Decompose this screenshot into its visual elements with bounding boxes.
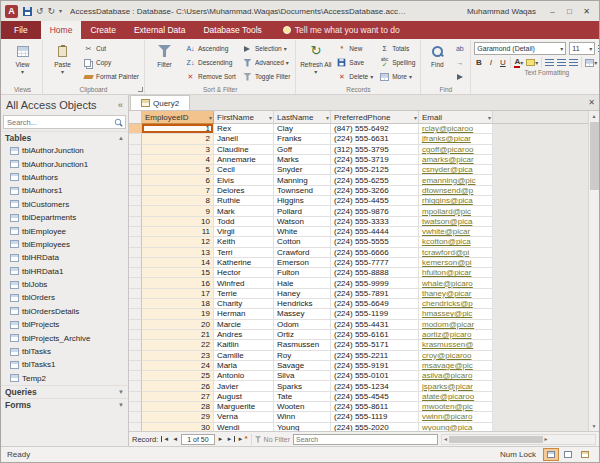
cell-last-name[interactable]: Savage: [274, 361, 331, 371]
tab-home[interactable]: Home: [41, 21, 82, 39]
scroll-down-icon[interactable]: ▼: [592, 421, 597, 431]
cut-button[interactable]: ✂ Cut: [81, 42, 141, 55]
cell-preferred-phone[interactable]: (224) 555-6666: [331, 248, 419, 258]
row-selector[interactable]: [129, 258, 142, 268]
bullets-button[interactable]: [598, 43, 599, 54]
row-selector[interactable]: [129, 124, 142, 134]
nav-table-item[interactable]: tblAuthors1: [1, 184, 128, 197]
more-button[interactable]: More ▾: [377, 70, 417, 83]
nav-table-item[interactable]: tblOrdersDetails: [1, 305, 128, 318]
cell-email-link[interactable]: vwinn@picaro: [419, 412, 493, 422]
underline-button[interactable]: U: [498, 57, 507, 68]
cell-preferred-phone[interactable]: (224) 555-1199: [331, 309, 419, 319]
row-selector[interactable]: [129, 423, 142, 431]
cell-email-link[interactable]: kcotton@pica: [419, 237, 493, 247]
cell-preferred-phone[interactable]: (224) 555-4545: [331, 392, 419, 402]
cell-employee-id[interactable]: 18: [142, 299, 214, 309]
cell-email-link[interactable]: krasmussen@: [419, 340, 493, 350]
cell-email-link[interactable]: croy@picaroo: [419, 351, 493, 361]
cell-email-link[interactable]: twatson@pica: [419, 217, 493, 227]
nav-table-item[interactable]: tblProjects_Archive: [1, 331, 128, 344]
tab-create[interactable]: Create: [81, 21, 125, 39]
delete-record-button[interactable]: ✕ Delete ▾: [334, 70, 375, 83]
cell-last-name[interactable]: Clay: [274, 124, 331, 134]
first-record-button[interactable]: ◄: [161, 436, 169, 442]
toggle-filter-button[interactable]: Toggle Filter: [240, 70, 292, 83]
cell-first-name[interactable]: Javier: [214, 381, 274, 391]
cell-preferred-phone[interactable]: (224) 555-4444: [331, 227, 419, 237]
cell-last-name[interactable]: Snyder: [274, 165, 331, 175]
cell-first-name[interactable]: Charity: [214, 299, 274, 309]
cell-employee-id[interactable]: 23: [142, 351, 214, 361]
new-record-button-ribbon[interactable]: * New: [334, 42, 375, 55]
cell-first-name[interactable]: Katherine: [214, 258, 274, 268]
cell-email-link[interactable]: tcrawford@pi: [419, 248, 493, 258]
cell-employee-id[interactable]: 5: [142, 165, 214, 175]
replace-button[interactable]: ab: [452, 42, 467, 55]
row-selector[interactable]: [129, 217, 142, 227]
row-selector[interactable]: [129, 227, 142, 237]
row-selector[interactable]: [129, 402, 142, 412]
cell-preferred-phone[interactable]: (224) 555-0101: [331, 371, 419, 381]
cell-last-name[interactable]: White: [274, 227, 331, 237]
cell-email-link[interactable]: asilva@picaro: [419, 371, 493, 381]
cell-first-name[interactable]: Virgil: [214, 227, 274, 237]
cell-last-name[interactable]: Ortiz: [274, 330, 331, 340]
minimize-button[interactable]: –: [544, 7, 561, 16]
cell-first-name[interactable]: Hector: [214, 268, 274, 278]
advanced-button[interactable]: Advanced ▾: [240, 56, 292, 69]
cell-employee-id[interactable]: 12: [142, 237, 214, 247]
row-selector[interactable]: [129, 330, 142, 340]
cell-first-name[interactable]: Herman: [214, 309, 274, 319]
cell-employee-id[interactable]: 8: [142, 196, 214, 206]
cell-email-link[interactable]: whale@picaro: [419, 278, 493, 288]
scroll-right-icon[interactable]: ►: [544, 436, 549, 442]
nav-table-item[interactable]: tblJobs: [1, 278, 128, 291]
cell-last-name[interactable]: Haney: [274, 289, 331, 299]
font-name-combo[interactable]: Garamond (Detail) ▾: [474, 42, 566, 55]
cell-first-name[interactable]: Delores: [214, 186, 274, 196]
cell-preferred-phone[interactable]: (224) 555-9876: [331, 206, 419, 216]
cell-preferred-phone[interactable]: (224) 555-5171: [331, 340, 419, 350]
nav-table-item[interactable]: Temp2: [1, 372, 128, 385]
cell-last-name[interactable]: Emerson: [274, 258, 331, 268]
cell-employee-id[interactable]: 21: [142, 330, 214, 340]
cell-employee-id[interactable]: 27: [142, 392, 214, 402]
cell-employee-id[interactable]: 25: [142, 371, 214, 381]
row-selector[interactable]: [129, 309, 142, 319]
cell-preferred-phone[interactable]: (224) 555-9191: [331, 361, 419, 371]
design-view-button[interactable]: [577, 448, 593, 461]
cell-email-link[interactable]: vwhite@picar: [419, 227, 493, 237]
tab-database-tools[interactable]: Database Tools: [194, 21, 270, 39]
cell-last-name[interactable]: Franks: [274, 134, 331, 144]
cell-first-name[interactable]: Verna: [214, 412, 274, 422]
format-painter-button[interactable]: Format Painter: [81, 70, 141, 83]
cell-preferred-phone[interactable]: (224) 555-7777: [331, 258, 419, 268]
find-button[interactable]: Find: [424, 40, 450, 85]
cell-employee-id[interactable]: 17: [142, 289, 214, 299]
nav-table-item[interactable]: tblHRData: [1, 251, 128, 264]
cell-email-link[interactable]: msavage@pic: [419, 361, 493, 371]
document-tab-query2[interactable]: Query2: [130, 95, 190, 110]
filter-indicator[interactable]: No Filter: [255, 436, 290, 443]
cell-employee-id[interactable]: 14: [142, 258, 214, 268]
undo-icon[interactable]: ↺: [36, 6, 44, 16]
cell-last-name[interactable]: Hendricks: [274, 299, 331, 309]
cell-preferred-phone[interactable]: (224) 555-1234: [331, 381, 419, 391]
totals-button[interactable]: Σ Totals: [377, 42, 417, 55]
sql-view-button[interactable]: [560, 448, 576, 461]
cell-first-name[interactable]: Terri: [214, 248, 274, 258]
nav-table-item[interactable]: tblOrders: [1, 291, 128, 304]
signed-in-user[interactable]: Muhammad Waqas: [467, 7, 536, 16]
cell-email-link[interactable]: rclay@picaroo: [419, 124, 493, 134]
cell-last-name[interactable]: Townsend: [274, 186, 331, 196]
cell-last-name[interactable]: Rasmussen: [274, 340, 331, 350]
nav-table-item[interactable]: tblAuthors: [1, 171, 128, 184]
cell-first-name[interactable]: Winfred: [214, 278, 274, 288]
background-color-button[interactable]: ▾: [526, 57, 538, 68]
nav-section-tables[interactable]: Tables ▲: [1, 131, 128, 144]
nav-section-forms[interactable]: Forms ▼: [1, 398, 128, 411]
cell-preferred-phone[interactable]: (224) 555-8888: [331, 268, 419, 278]
cell-email-link[interactable]: amarks@picar: [419, 155, 493, 165]
cell-employee-id[interactable]: 13: [142, 248, 214, 258]
